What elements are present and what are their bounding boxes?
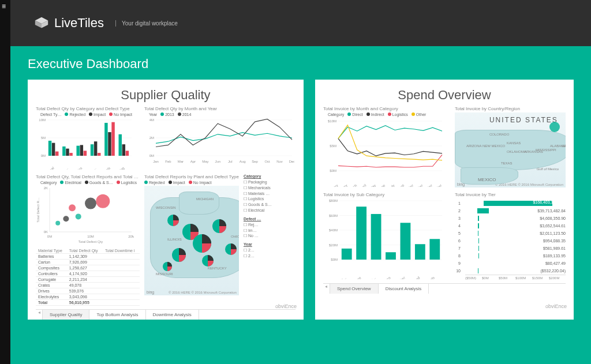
chart-defect-by-month[interactable]: Total Defect Qty by Month and Year Year2… xyxy=(144,106,296,170)
tier-row[interactable]: 9$80,427.49 xyxy=(455,260,566,267)
table-material-type[interactable]: Material TypeTotal Defect QtyTotal Downt… xyxy=(36,248,140,306)
svg-rect-10 xyxy=(52,143,55,156)
svg-rect-14 xyxy=(66,149,69,156)
chart-defect-scatter[interactable]: Total Defect Qty, Total Defect Reports a… xyxy=(36,174,140,243)
chart-defect-by-category[interactable]: Total Defect Qty by Category and Defect … xyxy=(36,106,140,170)
svg-text:2M: 2M xyxy=(149,136,154,140)
svg-text:$10M: $10M xyxy=(328,119,336,123)
filter-category[interactable]: Category ☐ Packaging☐ Mechanicals☐ Mater… xyxy=(244,174,296,213)
svg-rect-9 xyxy=(48,141,51,156)
svg-text:Apr: Apr xyxy=(190,160,196,163)
svg-text:20M: 20M xyxy=(128,235,134,238)
tab-top-bottom-analysis[interactable]: Top Bottom Analysis xyxy=(89,310,145,320)
tab-discount-analysis[interactable]: Discount Analysis xyxy=(379,284,429,294)
tier-row[interactable]: 5$2,011,123.50 xyxy=(455,230,566,237)
filter-option[interactable]: ☐ Goods & S… xyxy=(244,202,296,208)
svg-text:$20M: $20M xyxy=(329,243,338,247)
svg-rect-22 xyxy=(94,141,97,156)
tab-scroll-left-icon[interactable]: ◂ xyxy=(323,284,330,294)
card-title: Supplier Quality xyxy=(36,88,296,103)
svg-rect-11 xyxy=(55,152,58,156)
card-spend-overview: Spend Overview Total Invoice by Month an… xyxy=(315,80,574,320)
svg-text:$60M: $60M xyxy=(329,214,338,217)
filter-option[interactable]: ☐ Materials … xyxy=(244,191,296,197)
chart-defect-map[interactable]: Total Defect Reports by Plant and Defect… xyxy=(144,174,239,306)
livetiles-icon xyxy=(33,16,50,30)
svg-text:Jul: Jul xyxy=(228,160,233,163)
card-supplier-quality: Supplier Quality Total Defect Qty by Cat… xyxy=(28,80,304,320)
chart-invoice-map[interactable]: Total Invoice by Country/Region bing © 2… xyxy=(455,106,566,187)
filter-option[interactable]: ☐ No … xyxy=(244,233,296,239)
tab-scroll-left-icon[interactable]: ◂ xyxy=(36,310,43,320)
filter-option[interactable]: ☐ Electrical xyxy=(244,208,296,213)
svg-text:January: January xyxy=(327,183,338,187)
tab-downtime-analysis[interactable]: Downtime Analysis xyxy=(146,310,199,320)
filter-option[interactable]: ☐ Mechanicals xyxy=(244,185,296,191)
svg-rect-108 xyxy=(429,239,440,260)
tier-row[interactable]: 8$189,133.95 xyxy=(455,252,566,260)
svg-text:Electrical: Electrical xyxy=(42,166,55,170)
brand-logo: LiveTiles Your digital workplace xyxy=(33,16,178,31)
svg-text:June: June xyxy=(378,183,386,187)
filter-option[interactable]: ☐ Logistics xyxy=(244,196,296,202)
filter-option[interactable]: ☐ Packaging xyxy=(244,179,296,185)
brand-name: LiveTiles xyxy=(54,16,104,31)
page-body: Executive Dashboard Supplier Quality Tot… xyxy=(10,46,591,364)
tier-row[interactable]: 1$168,403,150.61 xyxy=(455,200,566,207)
filter-option[interactable]: ☐ 2… xyxy=(244,247,296,253)
tier-row[interactable]: 3$4,608,350.90 xyxy=(455,215,566,222)
svg-text:5M: 5M xyxy=(41,136,46,140)
svg-point-61 xyxy=(63,216,69,222)
svg-text:$0M: $0M xyxy=(330,169,336,172)
tier-row[interactable]: 6$954,088.35 xyxy=(455,237,566,245)
svg-text:$0M: $0M xyxy=(331,258,338,261)
svg-point-65 xyxy=(96,194,110,208)
svg-rect-30 xyxy=(122,144,125,156)
svg-text:Oct: Oct xyxy=(264,160,270,163)
filters-panel: Category ☐ Packaging☐ Mechanicals☐ Mater… xyxy=(244,174,296,306)
svg-text:$80M: $80M xyxy=(329,199,338,202)
svg-point-60 xyxy=(55,221,60,226)
filter-defect[interactable]: Defect … ☐ Rej…☐ Im…☐ No … xyxy=(244,217,296,239)
bing-logo: bing xyxy=(147,290,154,294)
svg-text:Dec: Dec xyxy=(289,160,294,163)
svg-text:Packaging: Packaging xyxy=(110,166,125,170)
tab-spend-overview[interactable]: Spend Overview xyxy=(330,284,379,294)
chart-invoice-by-subcat[interactable]: Total Invoice by Sub Category $0M$20M$40… xyxy=(323,192,450,280)
svg-rect-103 xyxy=(356,207,366,260)
filter-year[interactable]: Year ☐ 2…☐ 2… xyxy=(244,242,296,259)
svg-text:Nov: Nov xyxy=(276,160,283,163)
tier-row[interactable]: 7$581,989.61 xyxy=(455,245,566,252)
svg-rect-25 xyxy=(104,123,107,156)
svg-rect-105 xyxy=(386,252,396,260)
tier-row[interactable]: 2$39,713,482.84 xyxy=(455,207,566,215)
chart-invoice-by-tier[interactable]: Total Invoice by Tier 1$168,403,150.612$… xyxy=(455,192,566,280)
svg-rect-29 xyxy=(118,134,121,156)
tier-row[interactable]: 10($532,220.04) xyxy=(455,267,566,275)
svg-text:July: July xyxy=(388,183,395,187)
svg-rect-27 xyxy=(111,122,114,156)
tier-row[interactable]: 4$3,652,544.61 xyxy=(455,222,566,230)
filter-option[interactable]: ☐ Rej… xyxy=(244,222,296,228)
app-header: LiveTiles Your digital workplace xyxy=(10,0,591,46)
attribution: obviEnce xyxy=(545,303,567,309)
svg-text:10M: 10M xyxy=(87,235,94,238)
svg-text:August: August xyxy=(394,183,405,187)
svg-text:Total Defect R…: Total Defect R… xyxy=(36,197,40,223)
chart-invoice-by-month[interactable]: Total Invoice by Month and Category Cate… xyxy=(323,106,450,187)
tab-supplier-quality[interactable]: Supplier Quality xyxy=(43,310,89,320)
hamburger-icon[interactable]: ≡ xyxy=(0,0,10,13)
svg-rect-106 xyxy=(400,223,410,260)
svg-rect-21 xyxy=(91,144,93,156)
card-tabs: ◂ Spend OverviewDiscount Analysis xyxy=(323,283,566,294)
svg-text:Outsourced: Outsourced xyxy=(405,276,421,279)
svg-text:April: April xyxy=(360,183,367,187)
svg-text:0M: 0M xyxy=(47,235,52,238)
svg-rect-19 xyxy=(84,151,87,156)
brand-tagline: Your digital workplace xyxy=(115,20,178,27)
svg-rect-13 xyxy=(62,147,65,156)
svg-text:Jun: Jun xyxy=(215,160,220,163)
filter-option[interactable]: ☐ Im… xyxy=(244,228,296,234)
svg-text:Hardware: Hardware xyxy=(348,276,362,279)
filter-option[interactable]: ☐ 2… xyxy=(244,253,296,259)
